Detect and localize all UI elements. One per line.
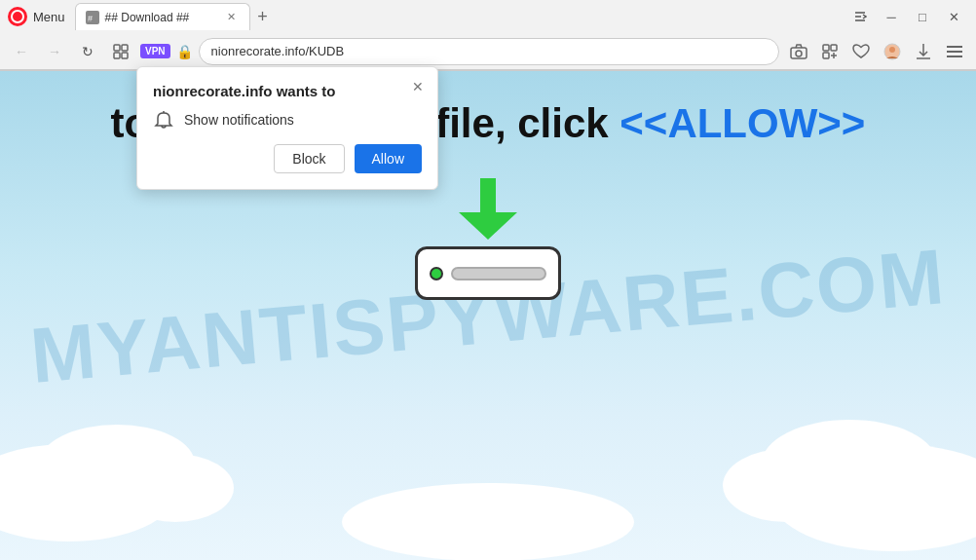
opera-logo <box>8 7 27 26</box>
cloud-right-3 <box>723 449 849 522</box>
svg-rect-7 <box>114 53 120 58</box>
url-text: nionrecorate.info/KUDB <box>211 44 345 58</box>
cloud-left-3 <box>117 454 234 522</box>
svg-point-10 <box>796 51 802 56</box>
window-controls: ─ □ ✕ <box>845 3 968 30</box>
popup-close-button[interactable]: ✕ <box>408 77 428 96</box>
forward-button[interactable]: → <box>41 38 68 65</box>
tab-title: ## Download ## <box>105 11 218 24</box>
browser-chrome: Menu # ## Download ## ✕ + ─ □ ✕ ← → ↻ <box>0 0 976 71</box>
tab-bar: # ## Download ## ✕ + <box>75 3 840 30</box>
popup-header: nionrecorate.info wants to <box>153 83 422 99</box>
address-actions <box>785 38 968 65</box>
address-bar: ← → ↻ VPN 🔒 nionrecorate.info/KUDB <box>0 33 976 70</box>
download-graphic <box>415 176 561 300</box>
menu-label[interactable]: Menu <box>33 10 65 24</box>
svg-rect-13 <box>823 53 829 58</box>
svg-rect-12 <box>831 45 837 51</box>
tab-close-button[interactable]: ✕ <box>224 10 240 25</box>
active-tab[interactable]: # ## Download ## ✕ <box>75 3 250 30</box>
hamburger-menu-icon[interactable] <box>941 38 968 65</box>
allow-button[interactable]: Allow <box>355 144 422 173</box>
sidebar-toggle-button[interactable] <box>845 3 875 30</box>
heart-icon[interactable] <box>847 38 875 65</box>
tab-grid-button[interactable] <box>107 38 134 65</box>
hd-slot <box>451 267 546 280</box>
clouds-container <box>0 405 976 560</box>
svg-rect-21 <box>480 178 496 212</box>
download-icon[interactable] <box>910 38 937 65</box>
reload-button[interactable]: ↻ <box>74 38 101 65</box>
camera-icon[interactable] <box>785 38 812 65</box>
notification-popup: ✕ nionrecorate.info wants to Show notifi… <box>136 66 438 190</box>
vpn-badge[interactable]: VPN <box>140 44 170 58</box>
minimize-button[interactable]: ─ <box>877 3 906 30</box>
back-button[interactable]: ← <box>8 38 35 65</box>
tab-favicon: # <box>86 11 99 24</box>
popup-notification-text: Show notifications <box>184 112 294 128</box>
svg-point-15 <box>889 47 895 53</box>
hd-light <box>430 267 443 280</box>
svg-rect-6 <box>122 45 128 51</box>
hard-drive-graphic <box>415 246 561 300</box>
url-input[interactable]: nionrecorate.info/KUDB <box>199 38 779 65</box>
ssl-icon: 🔒 <box>176 44 193 59</box>
heading-allow-text: <<ALLOW>> <box>619 100 865 146</box>
notification-bell-icon <box>153 109 174 131</box>
svg-rect-5 <box>114 45 120 51</box>
download-arrow-icon <box>449 176 527 244</box>
svg-rect-11 <box>823 45 829 51</box>
popup-notification-row: Show notifications <box>153 109 422 131</box>
popup-actions: Block Allow <box>153 144 422 173</box>
close-button[interactable]: ✕ <box>939 3 968 30</box>
cloud-center <box>342 483 634 560</box>
svg-rect-8 <box>122 53 128 58</box>
new-tab-button[interactable]: + <box>250 4 276 29</box>
maximize-button[interactable]: □ <box>908 3 937 30</box>
title-bar: Menu # ## Download ## ✕ + ─ □ ✕ <box>0 0 976 33</box>
svg-text:#: # <box>88 14 93 23</box>
block-button[interactable]: Block <box>274 144 344 173</box>
svg-marker-22 <box>459 212 517 240</box>
extensions-icon[interactable] <box>816 38 844 65</box>
avatar-icon[interactable] <box>879 38 906 65</box>
